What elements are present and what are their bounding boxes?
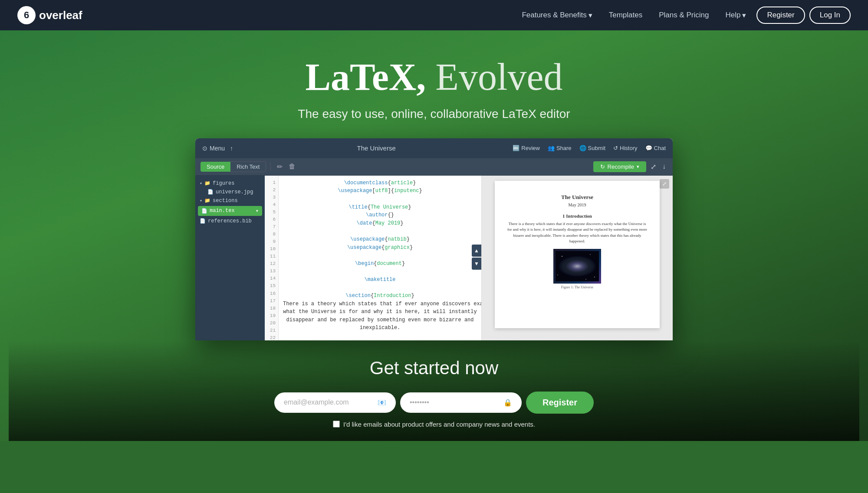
email-icon: 📧 <box>378 398 386 407</box>
richtext-button[interactable]: Rich Text <box>230 161 266 172</box>
sidebar-item-references-bib[interactable]: 📄 references.bib <box>195 217 265 225</box>
chat-icon: 💬 <box>645 145 652 151</box>
scroll-down-button[interactable]: ▼ <box>472 258 481 270</box>
share-icon: 👥 <box>548 145 555 151</box>
file-icon: 📄 <box>207 189 214 195</box>
editor-toolbar: Source Rich Text ✏ 🗑 ↻ Recompile ▾ ⤢ ↓ <box>195 158 673 176</box>
password-input[interactable] <box>410 398 500 406</box>
folder-icon: 📁 <box>204 198 210 203</box>
register-button[interactable]: Register <box>526 392 594 414</box>
file-tree-sidebar: ▾ 📁 figures 📄 universe.jpg ▾ 📁 sections … <box>195 176 265 340</box>
document-title: The Universe <box>240 144 513 152</box>
nav-item-features[interactable]: Features & Benefits ▾ <box>516 7 598 23</box>
code-content: \documentclass{article} \usepackage[utf8… <box>279 176 481 340</box>
email-opt-in-label: I'd like emails about product offers and… <box>343 421 535 428</box>
nav-links: Features & Benefits ▾ Templates Plans & … <box>516 7 851 24</box>
scroll-up-button[interactable]: ▲ <box>472 245 481 257</box>
hero-subtitle: The easy to use, online, collaborative L… <box>9 107 859 121</box>
chat-button[interactable]: 💬 Chat <box>645 145 666 151</box>
review-icon: 🔤 <box>513 145 519 151</box>
folder-icon: 📁 <box>204 180 210 186</box>
preview-caption: Figure 1: The Universe <box>507 285 648 289</box>
review-button[interactable]: 🔤 Review <box>513 145 540 151</box>
code-editor[interactable]: 1234567891011121314151617181920212223242… <box>265 176 482 340</box>
submit-icon: 🌐 <box>579 145 586 151</box>
expand-icon[interactable]: ⤢ <box>649 161 658 173</box>
toolbar-separator <box>270 162 271 171</box>
menu-icon: ⊙ <box>202 145 207 152</box>
editor-actions: 🔤 Review 👥 Share 🌐 Submit ↺ History 💬 <box>513 145 666 151</box>
sidebar-item-universe-jpg[interactable]: 📄 universe.jpg <box>195 188 265 196</box>
preview-expand-button[interactable]: ⤢ <box>660 179 669 189</box>
chevron-down-icon: ▾ <box>200 198 202 203</box>
chevron-down-icon: ▾ <box>742 11 746 20</box>
svg-point-3 <box>590 254 591 255</box>
svg-point-1 <box>558 255 597 277</box>
password-field-wrapper: 🔒 <box>400 392 522 413</box>
menu-button[interactable]: ⊙ Menu <box>202 145 225 152</box>
history-button[interactable]: ↺ History <box>613 145 637 151</box>
preview-title: The Universe <box>507 194 648 201</box>
sidebar-item-sections[interactable]: ▾ 📁 sections <box>195 196 265 205</box>
history-icon: ↺ <box>613 145 618 151</box>
nav-item-templates[interactable]: Templates <box>603 7 648 23</box>
delete-icon[interactable]: 🗑 <box>287 161 297 172</box>
email-input[interactable] <box>284 398 374 406</box>
preview-page: The Universe May 2019 1 Introduction The… <box>495 181 660 328</box>
svg-point-6 <box>585 279 586 280</box>
file-icon: 📄 <box>201 208 207 214</box>
recompile-button[interactable]: ↻ Recompile ▾ <box>593 161 646 172</box>
editor-topbar: ⊙ Menu ↑ The Universe 🔤 Review 👥 Share 🌐… <box>195 138 673 158</box>
upload-icon[interactable]: ↑ <box>230 145 233 152</box>
nav-arrows: ▲ ▼ <box>472 245 481 270</box>
hero-section: LaTeX, Evolved The easy to use, online, … <box>0 30 868 441</box>
chevron-down-icon: ▾ <box>256 208 259 214</box>
bold-icon[interactable]: ✏ <box>275 161 284 173</box>
editor-body: ▾ 📁 figures 📄 universe.jpg ▾ 📁 sections … <box>195 176 673 340</box>
preview-date: May 2019 <box>507 202 648 207</box>
logo-text: overleaf <box>39 9 82 22</box>
svg-point-4 <box>594 277 595 278</box>
chevron-down-icon: ▾ <box>200 181 202 186</box>
nav-item-register[interactable]: Register <box>756 7 805 24</box>
sidebar-item-main-tex[interactable]: 📄 main.tex ▾ <box>198 206 262 216</box>
logo-icon: 6 <box>17 6 36 24</box>
navbar: 6 overleaf Features & Benefits ▾ Templat… <box>0 0 868 30</box>
cta-title: Get started now <box>17 358 851 379</box>
svg-point-5 <box>557 274 558 275</box>
dropdown-arrow-icon: ▾ <box>637 164 639 170</box>
preview-panel: The Universe May 2019 1 Introduction The… <box>482 176 673 340</box>
hero-title: LaTeX, Evolved <box>9 56 859 98</box>
svg-point-2 <box>562 256 562 257</box>
editor-mockup: ⊙ Menu ↑ The Universe 🔤 Review 👥 Share 🌐… <box>195 138 673 340</box>
file-icon: 📄 <box>200 218 206 224</box>
logo-link[interactable]: 6 overleaf <box>17 6 82 24</box>
download-icon[interactable]: ↓ <box>661 161 667 172</box>
lock-icon: 🔒 <box>503 398 512 407</box>
refresh-icon: ↻ <box>600 163 605 170</box>
code-lines: 1234567891011121314151617181920212223242… <box>265 176 481 340</box>
source-button[interactable]: Source <box>201 162 230 172</box>
nav-item-pricing[interactable]: Plans & Pricing <box>653 7 715 23</box>
sidebar-item-figures[interactable]: ▾ 📁 figures <box>195 179 265 188</box>
email-opt-in-checkbox[interactable] <box>333 421 340 428</box>
nav-item-login[interactable]: Log In <box>809 7 851 24</box>
line-numbers: 1234567891011121314151617181920212223242… <box>265 176 279 340</box>
cta-section: Get started now 📧 🔒 Register I'd like em… <box>9 340 859 441</box>
preview-image <box>553 249 601 284</box>
nav-item-help[interactable]: Help ▾ <box>719 7 752 23</box>
share-button[interactable]: 👥 Share <box>548 145 572 151</box>
email-field-wrapper: 📧 <box>274 392 396 413</box>
checkbox-row: I'd like emails about product offers and… <box>17 421 851 428</box>
chevron-down-icon: ▾ <box>589 11 592 20</box>
submit-button[interactable]: 🌐 Submit <box>579 145 605 151</box>
preview-body: There is a theory which states that if e… <box>507 221 648 245</box>
register-form: 📧 🔒 Register <box>17 392 851 414</box>
preview-section: 1 Introduction <box>507 213 648 219</box>
